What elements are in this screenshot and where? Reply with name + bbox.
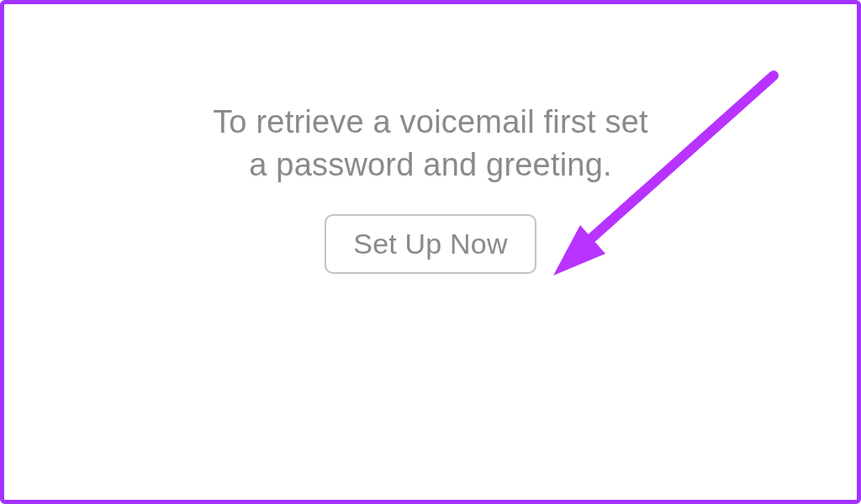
voicemail-setup-prompt: To retrieve a voicemail first set a pass…: [0, 0, 861, 504]
set-up-now-button[interactable]: Set Up Now: [325, 214, 536, 274]
instruction-text: To retrieve a voicemail first set a pass…: [212, 101, 649, 187]
